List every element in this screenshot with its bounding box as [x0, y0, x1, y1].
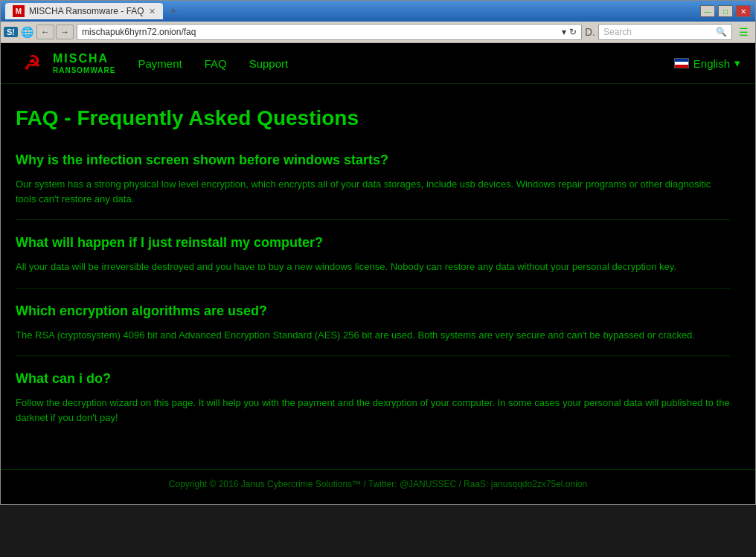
- faq-item-4: What can i do? Follow the decryption wiz…: [16, 371, 730, 425]
- nav-faq[interactable]: FAQ: [205, 57, 227, 70]
- logo-text: MISCHA RANSOMWARE: [53, 51, 115, 74]
- duckduckgo-icon: D.: [585, 26, 595, 38]
- search-icon[interactable]: 🔍: [716, 27, 727, 37]
- back-button[interactable]: ←: [36, 25, 54, 39]
- footer-text: Copyright © 2016 Janus Cybercrime Soluti…: [169, 479, 587, 489]
- title-bar: M MISCHA Ransomware - FAQ ✕ + — □ ✕: [1, 1, 755, 22]
- faq-item-2: What will happen if I just reinstall my …: [16, 235, 730, 289]
- language-label: English: [693, 57, 730, 70]
- faq-divider-2: [16, 288, 730, 289]
- faq-answer-2: All your data will be irreversible destr…: [16, 260, 730, 274]
- search-placeholder: Search: [603, 27, 716, 37]
- svg-text:☭: ☭: [23, 52, 40, 74]
- site-logo: ☭ MISCHA RANSOMWARE: [16, 48, 115, 79]
- tab-favicon: M: [13, 5, 25, 17]
- logo-line1: MISCHA: [53, 51, 115, 65]
- faq-divider-1: [16, 219, 730, 220]
- logo-svg: ☭: [16, 48, 47, 79]
- nav-support[interactable]: Support: [249, 57, 289, 70]
- close-button[interactable]: ✕: [736, 5, 751, 17]
- site-navigation: ☭ MISCHA RANSOMWARE Payment FAQ Support …: [1, 43, 755, 84]
- address-bar-icons: ▾ ↻: [562, 27, 577, 37]
- nav-buttons: ← →: [36, 25, 74, 39]
- faq-question-4: What can i do?: [16, 371, 730, 387]
- faq-item-3: Which encryption algorithms are used? Th…: [16, 303, 730, 357]
- faq-divider-3: [16, 355, 730, 356]
- search-bar[interactable]: Search 🔍: [598, 24, 732, 40]
- site-wrapper: ☭ MISCHA RANSOMWARE Payment FAQ Support …: [1, 43, 755, 504]
- browser-toolbar: S! 🌐 ← → mischapuk6hyrn72.onion/faq ▾ ↻ …: [1, 22, 755, 43]
- url-text: mischapuk6hyrn72.onion/faq: [82, 27, 562, 37]
- faq-answer-4: Follow the decryption wizard on this pag…: [16, 396, 730, 425]
- flag-icon: [674, 58, 689, 68]
- s-icon: S!: [4, 27, 18, 37]
- dropdown-arrow: ▾: [734, 57, 740, 70]
- faq-answer-3: The RSA (cryptosystem) 4096 bit and Adva…: [16, 328, 730, 343]
- refresh-icon[interactable]: ↻: [569, 27, 577, 37]
- faq-answer-1: Our system has a strong physical low lev…: [16, 177, 730, 206]
- language-selector[interactable]: English ▾: [674, 57, 740, 70]
- faq-item-1: Why is the infection screen shown before…: [16, 152, 730, 220]
- minimize-button[interactable]: —: [700, 5, 715, 17]
- dropdown-icon[interactable]: ▾: [562, 27, 566, 37]
- page-title: FAQ - Frequently Asked Questions: [16, 106, 730, 130]
- nav-payment[interactable]: Payment: [138, 57, 182, 70]
- maximize-button[interactable]: □: [718, 5, 733, 17]
- browser-tab[interactable]: M MISCHA Ransomware - FAQ ✕: [5, 3, 163, 19]
- tab-title: MISCHA Ransomware - FAQ: [29, 6, 144, 16]
- title-bar-left: M MISCHA Ransomware - FAQ ✕ +: [5, 3, 180, 19]
- site-footer: Copyright © 2016 Janus Cybercrime Soluti…: [1, 469, 755, 498]
- faq-question-1: Why is the infection screen shown before…: [16, 152, 730, 168]
- globe-icon: 🌐: [21, 26, 33, 38]
- site-content: FAQ - Frequently Asked Questions Why is …: [1, 84, 745, 454]
- menu-button[interactable]: ☰: [735, 25, 752, 39]
- browser-window: M MISCHA Ransomware - FAQ ✕ + — □ ✕ S! 🌐…: [0, 0, 756, 505]
- nav-links: Payment FAQ Support: [138, 57, 673, 70]
- faq-question-3: Which encryption algorithms are used?: [16, 303, 730, 319]
- address-bar[interactable]: mischapuk6hyrn72.onion/faq ▾ ↻: [77, 24, 582, 40]
- tab-close-button[interactable]: ✕: [149, 7, 156, 16]
- window-controls: — □ ✕: [700, 5, 751, 17]
- logo-line2: RANSOMWARE: [53, 66, 115, 75]
- url-display: mischapuk6hyrn72.onion/faq: [82, 27, 196, 37]
- faq-question-2: What will happen if I just reinstall my …: [16, 235, 730, 251]
- forward-button[interactable]: →: [56, 25, 74, 39]
- new-tab-button[interactable]: +: [167, 4, 180, 18]
